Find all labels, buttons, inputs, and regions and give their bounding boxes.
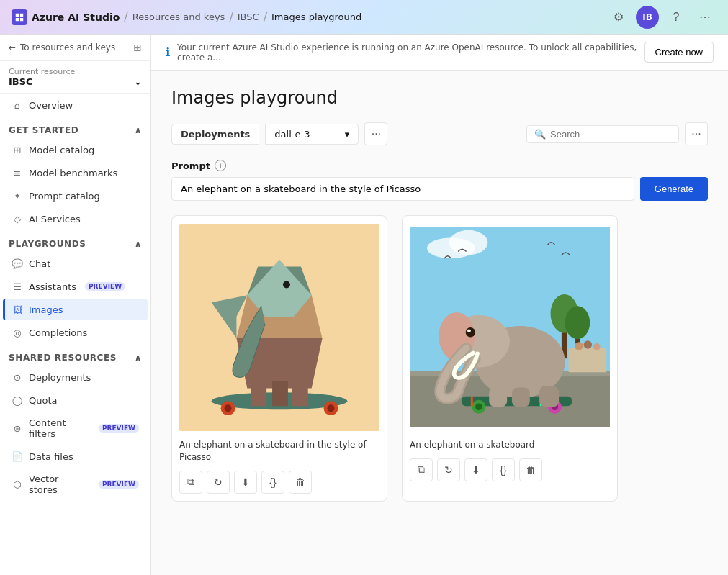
back-label: To resources and keys [20,42,115,53]
help-button[interactable]: ? [665,6,688,29]
resource-label: Current resource [9,67,142,76]
sidebar-item-images[interactable]: 🖼 Images [3,299,148,320]
settings-button[interactable]: ⚙ [607,6,630,29]
json-button-0[interactable]: {} [261,471,284,494]
sidebar-item-label: Quota [29,395,58,406]
sidebar-item-completions[interactable]: ◎ Completions [3,322,148,343]
vector-stores-badge: PREVIEW [99,480,139,489]
sidebar-item-data-files[interactable]: 📄 Data files [3,445,148,467]
svg-rect-13 [272,381,288,406]
svg-rect-42 [539,386,559,407]
page-title: Images playground [171,88,708,108]
resource-name: IBSC [9,76,33,87]
breadcrumb-ibsc[interactable]: IBSC [238,12,259,22]
svg-point-5 [328,404,335,412]
breadcrumb-resources[interactable]: Resources and keys [132,12,225,22]
image-picasso [179,223,379,432]
sidebar-item-prompt-catalog[interactable]: ✦ Prompt catalog [3,185,148,207]
topnav-actions: ⚙ IB ? ⋯ [607,6,716,29]
breadcrumb-current: Images playground [271,12,361,22]
search-more-button[interactable]: ··· [685,122,708,145]
sidebar-item-deployments[interactable]: ⊙ Deployments [3,366,148,388]
deployment-select[interactable]: dall-e-3 ▾ [265,124,359,145]
delete-button-1[interactable]: 🗑 [519,458,542,481]
sidebar-item-label: Model benchmarks [29,168,117,178]
generate-button[interactable]: Generate [640,177,708,201]
search-input[interactable] [550,129,671,140]
refresh-button-1[interactable]: ↻ [437,458,460,481]
search-box: 🔍 [526,125,679,143]
deployments-icon: ⊙ [12,371,23,383]
chat-icon: 💬 [12,258,23,269]
ai-services-icon: ◇ [12,213,23,225]
sidebar-item-overview[interactable]: ⌂ Overview [3,94,148,116]
sep1: / [124,10,127,24]
prompt-info-icon[interactable]: i [215,160,226,171]
json-button-1[interactable]: {} [492,458,515,481]
topnav: Azure AI Studio / Resources and keys / I… [0,0,728,35]
sidebar-item-quota[interactable]: ◯ Quota [3,389,148,411]
prompt-input[interactable] [171,177,634,201]
chevron-icon: ⌄ [134,76,142,87]
sidebar-item-chat[interactable]: 💬 Chat [3,253,148,274]
copy-button-0[interactable]: ⧉ [179,471,202,494]
svg-point-30 [475,403,482,410]
prompt-section: Prompt i Generate [171,160,708,201]
sidebar-item-content-filters[interactable]: ⊛ Content filters PREVIEW [3,412,148,444]
svg-point-40 [466,327,475,337]
svg-point-41 [467,329,471,332]
prompt-catalog-icon: ✦ [12,190,23,202]
image-realistic [410,223,610,432]
more-button[interactable]: ⋯ [693,6,716,29]
shared-resources-header[interactable]: Shared resources ∧ [9,353,142,363]
model-catalog-icon: ⊞ [12,144,23,155]
content-filters-icon: ⊛ [12,422,23,434]
shared-resources-chevron: ∧ [135,353,142,363]
sidebar-item-label: Completions [29,327,87,338]
playgrounds-section: Playgrounds ∧ [0,230,150,252]
sidebar-item-ai-services[interactable]: ◇ AI Services [3,208,148,230]
get-started-header[interactable]: Get started ∧ [9,125,142,135]
copy-button-1[interactable]: ⧉ [410,458,433,481]
svg-point-21 [565,306,590,339]
model-benchmarks-icon: ≡ [12,167,23,178]
main-layout: ← To resources and keys ⊞ Current resour… [0,35,728,575]
toolbar-more-button[interactable]: ··· [364,122,387,145]
image-card-0: An elephant on a skateboard in the style… [171,215,387,502]
sidebar-item-label: Vector stores [29,474,90,495]
avatar[interactable]: IB [636,6,659,29]
sidebar-item-label: Overview [29,100,73,111]
image-actions-1: ⧉ ↻ ⬇ {} 🗑 [410,458,610,481]
sidebar-item-label: AI Services [29,214,81,225]
back-to-resources[interactable]: ← To resources and keys ⊞ [0,35,150,61]
download-button-1[interactable]: ⬇ [464,458,487,481]
brand[interactable]: Azure AI Studio [12,9,120,25]
prompt-label: Prompt i [171,160,708,171]
create-now-button[interactable]: Create now [644,42,714,63]
sidebar-item-label: Assistants [29,281,76,292]
svg-point-25 [575,342,583,350]
toolbar: Deployments dall-e-3 ▾ ··· 🔍 ··· [171,122,708,145]
playgrounds-header[interactable]: Playgrounds ∧ [9,239,142,249]
deployment-value: dall-e-3 [274,129,310,140]
svg-point-17 [449,230,488,255]
resource-value[interactable]: IBSC ⌄ [9,76,142,87]
get-started-section: Get started ∧ [0,117,150,138]
playgrounds-chevron: ∧ [135,239,142,249]
download-button-0[interactable]: ⬇ [234,471,257,494]
layout-icon: ⊞ [133,42,142,53]
shared-resources-label: Shared resources [9,353,117,363]
svg-rect-43 [489,387,507,407]
refresh-button-0[interactable]: ↻ [207,471,230,494]
delete-button-0[interactable]: 🗑 [289,471,312,494]
sidebar-item-assistants[interactable]: ☰ Assistants PREVIEW [3,276,148,297]
sidebar-item-vector-stores[interactable]: ⬡ Vector stores PREVIEW [3,468,148,500]
chevron-down-icon: ▾ [345,129,350,140]
sidebar-item-model-catalog[interactable]: ⊞ Model catalog [3,139,148,160]
vector-stores-icon: ⬡ [12,479,23,490]
sidebar-item-model-benchmarks[interactable]: ≡ Model benchmarks [3,162,148,184]
get-started-label: Get started [9,125,78,135]
sidebar: ← To resources and keys ⊞ Current resour… [0,35,151,575]
resource-selector[interactable]: Current resource IBSC ⌄ [0,61,150,94]
notification-bar: ℹ Your current Azure AI Studio experienc… [151,35,728,71]
